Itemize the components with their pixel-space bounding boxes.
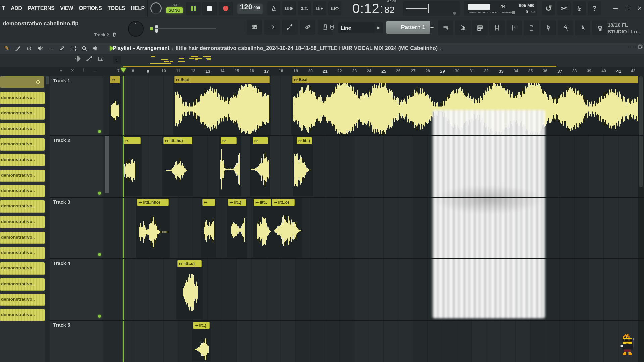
picker-scrollbar[interactable] (45, 76, 50, 362)
stretch-tool-button[interactable]: ↔ (47, 44, 55, 52)
clip-header[interactable]: ↦ (253, 137, 268, 144)
cpu-graph-handle[interactable] (512, 11, 515, 14)
main-volume-knob[interactable] (150, 2, 162, 14)
ruler-bar-12[interactable]: 12 (191, 69, 195, 73)
ruler-bar-29[interactable]: 29 (440, 69, 445, 74)
loop-record-button[interactable]: ШΦ (328, 1, 341, 15)
ruler-bar-34[interactable]: 34 (514, 69, 518, 73)
ruler-bar-20[interactable]: 20 (308, 69, 313, 73)
ruler-bar-15[interactable]: 15 (235, 69, 239, 73)
ruler-bar-37[interactable]: 37 (557, 69, 562, 74)
playlist-title[interactable]: Playlist - Arrangement (113, 45, 169, 51)
ruler-bar-35[interactable]: 35 (528, 69, 533, 73)
clip-header[interactable]: ↦ (123, 137, 141, 144)
fit-button[interactable]: ↔ (93, 68, 97, 73)
picker-item[interactable]: demonstrativo.. (0, 138, 45, 151)
touch-controller-button[interactable] (575, 20, 590, 35)
ruler-bar-11[interactable]: 11 (176, 69, 180, 73)
plugin-window-button[interactable] (524, 20, 539, 35)
clip-header[interactable]: ↦ Beat (174, 76, 270, 83)
picker-item[interactable]: demonstrativo.. (0, 107, 45, 120)
track-record-led[interactable] (98, 253, 101, 256)
ruler-bar-31[interactable]: 31 (470, 69, 474, 73)
tools-button[interactable] (558, 20, 573, 35)
picker-scroll-thumb[interactable] (46, 76, 49, 84)
menu-item-patterns[interactable]: PATTERNS (28, 5, 54, 11)
glide-button[interactable] (282, 20, 298, 35)
tempo-display[interactable]: 120.000 (237, 3, 263, 14)
position-slider[interactable] (406, 8, 427, 9)
picker-item[interactable]: demonstrativo.. (0, 154, 45, 166)
menu-item-t[interactable]: T (2, 5, 5, 11)
wait-for-input-button[interactable]: ШΘ (282, 1, 296, 15)
playlist-minimize-icon[interactable] (630, 47, 634, 47)
ruler-bar-22[interactable]: 22 (337, 69, 342, 73)
cut-tool-button[interactable]: ✂ (557, 1, 571, 15)
browser-button[interactable] (506, 20, 522, 35)
ruler-bar-32[interactable]: 32 (484, 69, 489, 73)
track-header-1[interactable]: Track 1 (53, 78, 70, 83)
channel-rack-button[interactable] (472, 20, 488, 35)
clip-header[interactable]: ↦ litt..o) (177, 260, 202, 267)
piano-roll-button[interactable] (455, 20, 471, 35)
recording-panel-button[interactable] (573, 1, 586, 15)
playlist-picker-button[interactable] (438, 20, 453, 35)
draw-tool-button[interactable]: ✎ (3, 44, 11, 52)
playlist-scrollbar[interactable] (123, 66, 556, 67)
clip-header[interactable]: ↦ littl..nho) (137, 199, 169, 206)
clip-header[interactable]: ↦ lit..) (193, 322, 210, 329)
close-button[interactable]: × (635, 4, 644, 12)
ruler-bar-27[interactable]: 27 (411, 69, 415, 73)
ruler-bar-28[interactable]: 28 (426, 69, 430, 73)
ruler-bar-30[interactable]: 30 (455, 69, 459, 73)
clip-header[interactable]: ↦ litt.. (254, 199, 272, 206)
ruler-bar-21[interactable]: 21 (323, 69, 327, 74)
mixer-button[interactable] (489, 20, 505, 35)
track-record-led[interactable] (98, 315, 101, 318)
track-header-3[interactable]: Track 3 (53, 199, 70, 205)
metronome-button[interactable] (267, 1, 280, 15)
ruler-bar-13[interactable]: 13 (205, 69, 210, 74)
clip-header[interactable]: ↦ litt..o) (272, 199, 295, 206)
ruler-bar-38[interactable]: 38 (572, 69, 577, 73)
pattern-selector[interactable]: Pattern 1 (386, 21, 430, 34)
ruler-bar-9[interactable]: 9 (147, 69, 149, 74)
help-button[interactable]: ? (588, 1, 601, 15)
ruler-bar-8[interactable]: 8 (132, 69, 135, 73)
ruler-bar-26[interactable]: 26 (396, 69, 400, 73)
undo-button[interactable]: ↺ (542, 1, 555, 15)
ruler-bar-10[interactable]: 10 (161, 69, 166, 73)
audio-tab-icon[interactable] (74, 55, 81, 62)
arrangement-name[interactable]: little hair demonstrativo cabelinho_2024… (176, 45, 438, 51)
plugin-picker-button[interactable] (541, 20, 556, 35)
ruler-bar-18[interactable]: 18 (279, 69, 283, 73)
shuffle-slider[interactable] (150, 25, 216, 33)
picker-item[interactable]: demonstrativo.. (0, 294, 45, 306)
song-position-panel[interactable] (403, 1, 460, 16)
picker-item[interactable]: demonstrativo.. (0, 247, 45, 259)
picker-item[interactable]: demonstrativo.. (0, 123, 45, 135)
ruler-bar-33[interactable]: 33 (499, 69, 503, 74)
ruler-bar-39[interactable]: 39 (587, 69, 591, 73)
picker-item[interactable]: demonstrativo.. (0, 216, 45, 228)
time-display[interactable]: 0:12:82 M:S:CS (352, 1, 395, 16)
track-record-led[interactable] (98, 192, 101, 195)
ruler-bar-19[interactable]: 19 (293, 69, 298, 73)
countdown-button[interactable]: 3.2. (298, 1, 311, 15)
patterns-tab-icon[interactable] (97, 55, 104, 62)
pattern-next-button[interactable]: ▶ (374, 22, 383, 33)
snap-control[interactable]: Line ▸ (329, 22, 379, 33)
stop-button[interactable] (202, 1, 217, 15)
clip-header[interactable]: ↦ Beat (292, 76, 644, 83)
playhead-marker[interactable] (120, 68, 126, 73)
menu-item-tools[interactable]: TOOLS (108, 5, 125, 11)
select-tool-button[interactable] (69, 44, 77, 52)
picker-item[interactable]: demonstrativo.. (0, 309, 45, 321)
clip-header[interactable]: ↦ lit..) (297, 137, 312, 144)
menu-item-options[interactable]: OPTIONS (79, 5, 102, 11)
picker-item[interactable]: demonstrativo.. (0, 278, 45, 291)
ruler-bar-14[interactable]: 14 (220, 69, 224, 73)
restore-button[interactable] (623, 4, 632, 12)
song-mode-button[interactable]: SONG (166, 7, 183, 13)
clip-header[interactable]: ↦ lit..) (228, 199, 246, 206)
